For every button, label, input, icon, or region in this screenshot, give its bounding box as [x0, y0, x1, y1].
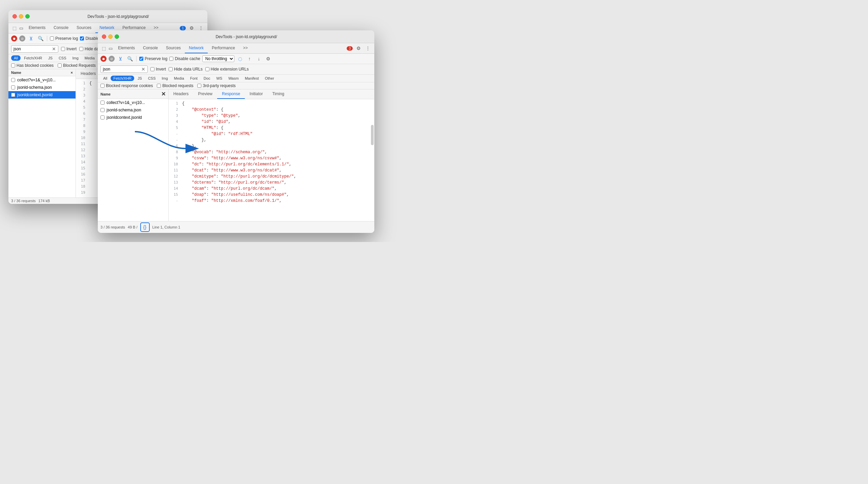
filter-font-front[interactable]: Font [187, 76, 200, 81]
tab-timing-front[interactable]: Timing [267, 89, 289, 99]
blocked-resp-cookies-label-front[interactable]: Blocked response cookies [100, 83, 153, 88]
file-item-back-1[interactable]: jsonld-schema.json [8, 84, 76, 91]
tab-elements-front[interactable]: Elements [114, 43, 139, 53]
filter-css-front[interactable]: CSS [145, 76, 158, 81]
minimize-button-back[interactable] [19, 14, 23, 19]
filter-css-back[interactable]: CSS [56, 55, 69, 61]
record-stop-btn-front[interactable]: ⏺ [100, 56, 107, 62]
file-check-back-2[interactable] [11, 93, 15, 97]
device-icon-back[interactable]: ▭ [18, 25, 25, 31]
file-check-front-0[interactable] [100, 101, 105, 105]
tab-headers-front[interactable]: Headers [169, 89, 193, 99]
close-panel-btn-front[interactable]: ✕ [161, 91, 166, 97]
file-item-back-2[interactable]: jsonldcontext.jsonld [8, 91, 76, 99]
preserve-log-label-front[interactable]: Preserve log [139, 56, 167, 61]
file-item-front-2[interactable]: jsonldcontext.jsonld [98, 114, 168, 121]
filter-icon-front[interactable]: ⊻ [117, 55, 124, 62]
blocked-requests-check-front[interactable] [157, 84, 161, 88]
hide-extension-urls-label-front[interactable]: Hide extension URLs [205, 67, 249, 72]
search-box-front[interactable]: ✕ [100, 65, 148, 73]
scrollbar-thumb-front[interactable] [371, 125, 374, 145]
filter-js-front[interactable]: JS [135, 76, 145, 81]
search-icon-back[interactable]: 🔍 [37, 35, 44, 42]
clear-btn-front[interactable]: ⊘ [109, 56, 115, 62]
fullscreen-button-front[interactable] [115, 34, 119, 39]
tab-initiator-front[interactable]: Initiator [245, 89, 267, 99]
code-view-front[interactable]: 1 { 2 "@context": { 3 "type": "@type", 4… [169, 99, 374, 221]
format-json-btn-front[interactable]: {} [140, 222, 150, 232]
filter-media-front[interactable]: Media [171, 76, 187, 81]
tab-sources-back[interactable]: Sources [73, 23, 95, 33]
preserve-log-checkbox-front[interactable] [139, 57, 143, 61]
device-icon-front[interactable]: ▭ [107, 45, 114, 52]
invert-label-front[interactable]: Invert [150, 67, 166, 72]
search-clear-front[interactable]: ✕ [141, 66, 145, 72]
tab-preview-front[interactable]: Preview [193, 89, 217, 99]
inspect-icon-back[interactable]: ⬚ [11, 25, 18, 31]
filter-img-back[interactable]: Img [70, 55, 81, 61]
disable-cache-label-front[interactable]: Disable cache [169, 56, 200, 61]
search-box-back[interactable]: ✕ [11, 45, 58, 53]
filter-other-front[interactable]: Other [262, 76, 277, 81]
filter-fetchxhr-back[interactable]: Fetch/XHR [21, 55, 45, 61]
search-input-back[interactable] [13, 47, 51, 51]
filter-all-front[interactable]: All [100, 76, 110, 81]
hide-data-urls-label-front[interactable]: Hide data URLs [169, 67, 203, 72]
invert-checkbox-front[interactable] [150, 67, 154, 71]
tab-console-back[interactable]: Console [50, 23, 73, 33]
hide-data-urls-checkbox-back[interactable] [79, 47, 83, 51]
blocked-cookies-check-back[interactable] [11, 63, 15, 68]
minimize-button-front[interactable] [108, 34, 113, 39]
tab-headers-back[interactable]: Headers [76, 69, 100, 79]
close-button-back[interactable] [12, 14, 17, 19]
close-panel-btn-back[interactable]: × [71, 71, 73, 75]
tab-network-front[interactable]: Network [185, 43, 208, 53]
filter-manifest-front[interactable]: Manifest [242, 76, 262, 81]
file-item-back-0[interactable]: collect?v=1&_v=j10... [8, 76, 76, 84]
preserve-log-label-back[interactable]: Preserve log [50, 36, 78, 41]
filter-wasm-front[interactable]: Wasm [226, 76, 241, 81]
blocked-requests-label-back[interactable]: Blocked Requests [58, 63, 96, 68]
search-input-front[interactable] [103, 67, 140, 72]
settings-icon-front[interactable]: ⚙ [355, 45, 362, 52]
tab-console-front[interactable]: Console [139, 43, 162, 53]
file-item-front-0[interactable]: collect?v=1&_v=j10... [98, 99, 168, 106]
invert-label-back[interactable]: Invert [61, 47, 77, 51]
tab-performance-front[interactable]: Performance [208, 43, 239, 53]
blocked-requests-check-back[interactable] [58, 63, 62, 68]
filter-media-back[interactable]: Media [82, 55, 97, 61]
throttle-select-front[interactable]: No throttling [202, 55, 234, 62]
disable-cache-checkbox-back[interactable] [80, 36, 84, 41]
tab-response-front[interactable]: Response [217, 89, 245, 99]
tab-sources-front[interactable]: Sources [162, 43, 185, 53]
settings2-icon-front[interactable]: ⚙ [265, 55, 272, 62]
hide-extension-urls-checkbox-front[interactable] [205, 67, 209, 71]
close-button-front[interactable] [102, 34, 106, 39]
blocked-requests-label-front[interactable]: Blocked requests [157, 83, 193, 88]
invert-checkbox-back[interactable] [61, 47, 65, 51]
tab-elements-back[interactable]: Elements [25, 23, 50, 33]
file-item-front-1[interactable]: jsonld-schema.json [98, 106, 168, 114]
filter-icon-back[interactable]: ⊻ [27, 35, 35, 42]
preserve-log-checkbox-back[interactable] [50, 36, 54, 41]
blocked-resp-cookies-check-front[interactable] [100, 84, 105, 88]
more-icon-front[interactable]: ⋮ [364, 45, 372, 52]
third-party-check-front[interactable] [197, 84, 201, 88]
inspect-icon-front[interactable]: ⬚ [100, 45, 107, 52]
blocked-cookies-label-back[interactable]: Has blocked cookies [11, 63, 54, 68]
fullscreen-button-back[interactable] [25, 14, 30, 19]
file-check-front-1[interactable] [100, 108, 105, 112]
upload-icon-front[interactable]: ↑ [246, 55, 253, 62]
filter-fetchxhr-front[interactable]: Fetch/XHR [111, 76, 134, 81]
filter-all-back[interactable]: All [11, 55, 21, 61]
hide-data-urls-checkbox-front[interactable] [169, 67, 173, 71]
filter-ws-front[interactable]: WS [213, 76, 225, 81]
filter-img-front[interactable]: Img [159, 76, 171, 81]
filter-doc-front[interactable]: Doc [201, 76, 213, 81]
wifi-icon-front[interactable]: ◌ [236, 55, 244, 62]
search-clear-back[interactable]: ✕ [52, 46, 56, 52]
download-icon-front[interactable]: ↓ [255, 55, 263, 62]
filter-js-back[interactable]: JS [46, 55, 55, 61]
file-check-back-1[interactable] [11, 85, 15, 89]
search-icon-front[interactable]: 🔍 [126, 55, 134, 62]
